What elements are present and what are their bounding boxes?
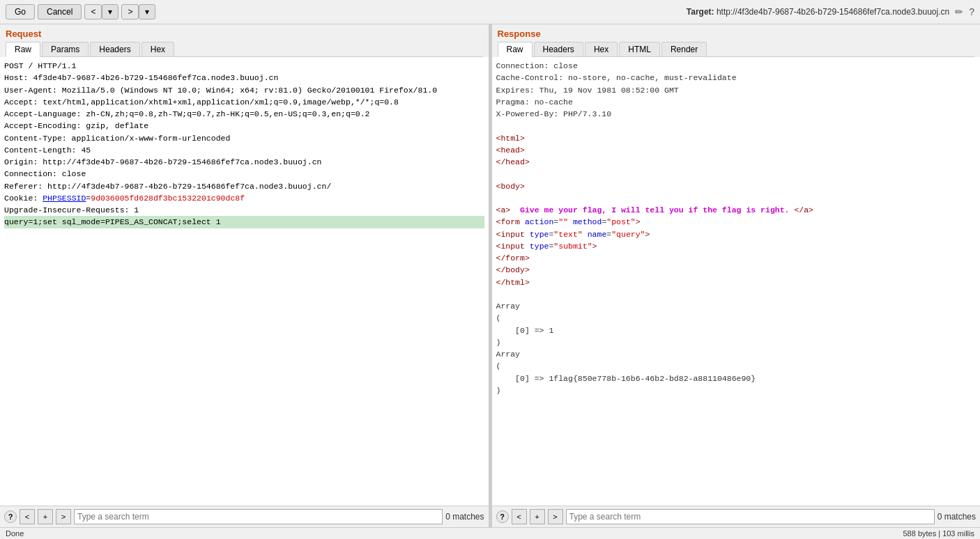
response-panel-body[interactable]: Connection: closeCache-Control: no-store… bbox=[492, 57, 981, 506]
tab-render-response[interactable]: Render bbox=[661, 42, 707, 56]
response-search-next[interactable]: > bbox=[548, 509, 563, 524]
response-array-line: Array bbox=[496, 300, 977, 312]
request-search-prev[interactable]: < bbox=[20, 509, 35, 524]
toolbar: Go Cancel < ▾ > ▾ Target: http://4f3de4b… bbox=[0, 0, 980, 24]
target-label-text: Target: bbox=[687, 7, 714, 17]
response-html-line: </head> bbox=[496, 156, 977, 168]
response-array-line: [0] => 1 bbox=[496, 325, 977, 336]
back-dropdown-button[interactable]: ▾ bbox=[102, 4, 118, 19]
response-panel-header: Response Raw Headers Hex HTML Render bbox=[492, 24, 981, 57]
response-html-line: <html> bbox=[496, 132, 977, 144]
request-line: User-Agent: Mozilla/5.0 (Windows NT 10.0… bbox=[4, 84, 484, 96]
request-panel: Request Raw Params Headers Hex POST / HT… bbox=[0, 24, 489, 527]
request-line: Content-Type: application/x-www-form-url… bbox=[4, 132, 484, 144]
response-header-line: Cache-Control: no-store, no-cache, must-… bbox=[496, 72, 977, 84]
response-search-add[interactable]: + bbox=[530, 509, 545, 524]
tab-params-request[interactable]: Params bbox=[42, 42, 89, 56]
response-html-line: </html> bbox=[496, 276, 977, 288]
response-tabs: Raw Headers Hex HTML Render bbox=[498, 42, 975, 57]
response-array-line: [0] => 1flag{850e778b-16b6-46b2-bd82-a88… bbox=[496, 373, 977, 384]
response-html-line: <head> bbox=[496, 144, 977, 156]
response-match-count: 0 matches bbox=[937, 512, 976, 522]
response-search-input[interactable] bbox=[566, 509, 935, 524]
response-header-line: Pragma: no-cache bbox=[496, 96, 977, 108]
forward-button[interactable]: > bbox=[121, 4, 139, 19]
response-array-line: ( bbox=[496, 312, 977, 324]
request-search-next[interactable]: > bbox=[56, 509, 71, 524]
request-line: Origin: http://4f3de4b7-9687-4b26-b729-1… bbox=[4, 156, 484, 168]
response-empty-line bbox=[496, 120, 977, 132]
response-html-line: <input type="text" name="query"> bbox=[496, 228, 977, 240]
back-nav-group: < ▾ bbox=[84, 4, 118, 19]
response-panel: Response Raw Headers Hex HTML Render Con… bbox=[492, 24, 981, 527]
response-html-line: </body> bbox=[496, 264, 977, 276]
response-array-line: ) bbox=[496, 336, 977, 348]
response-html-line: </form> bbox=[496, 252, 977, 264]
main-content: Request Raw Params Headers Hex POST / HT… bbox=[0, 24, 980, 527]
target-label: Target: http://4f3de4b7-9687-4b26-b729-1… bbox=[687, 7, 949, 17]
response-array-line: ( bbox=[496, 360, 977, 372]
help-icon[interactable]: ? bbox=[969, 6, 974, 17]
request-match-count: 0 matches bbox=[445, 512, 484, 522]
tab-headers-request[interactable]: Headers bbox=[90, 42, 139, 56]
tab-html-response[interactable]: HTML bbox=[619, 42, 660, 56]
request-line: Upgrade-Insecure-Requests: 1 bbox=[4, 204, 484, 216]
request-line: Accept-Encoding: gzip, deflate bbox=[4, 120, 484, 132]
request-line: Referer: http://4f3de4b7-9687-4b26-b729-… bbox=[4, 180, 484, 192]
edit-icon[interactable]: ✏ bbox=[955, 6, 963, 17]
request-line: Host: 4f3de4b7-9687-4b26-b729-154686fef7… bbox=[4, 72, 484, 84]
response-header-line: Connection: close bbox=[496, 60, 977, 72]
request-line: Connection: close bbox=[4, 168, 484, 180]
status-bar: Done 588 bytes | 103 millis bbox=[0, 527, 980, 539]
status-right: 588 bytes | 103 millis bbox=[903, 529, 974, 538]
tab-raw-request[interactable]: Raw bbox=[6, 42, 40, 57]
request-search-add[interactable]: + bbox=[38, 509, 53, 524]
request-search-bar: ? < + > 0 matches bbox=[0, 506, 489, 527]
request-highlight-line: query=1;set sql_mode=PIPES_AS_CONCAT;sel… bbox=[4, 216, 484, 228]
response-html-line: <a> Give me your flag, I will tell you i… bbox=[496, 204, 977, 216]
tab-hex-response[interactable]: Hex bbox=[585, 42, 618, 56]
request-line: Cookie: PHPSESSID=9d036005fd628df3bc1532… bbox=[4, 192, 484, 204]
forward-nav-group: > ▾ bbox=[121, 4, 155, 19]
target-info: Target: http://4f3de4b7-9687-4b26-b729-1… bbox=[687, 6, 974, 17]
response-panel-title: Response bbox=[498, 29, 975, 39]
target-url: http://4f3de4b7-9687-4b26-b729-154686fef… bbox=[717, 7, 949, 17]
response-html-line: <body> bbox=[496, 180, 977, 192]
response-html-line bbox=[496, 168, 977, 180]
response-search-prev[interactable]: < bbox=[512, 509, 527, 524]
go-button[interactable]: Go bbox=[6, 4, 35, 19]
response-array-line: ) bbox=[496, 384, 977, 396]
request-search-help[interactable]: ? bbox=[4, 510, 17, 523]
request-panel-header: Request Raw Params Headers Hex bbox=[0, 24, 489, 57]
tab-hex-request[interactable]: Hex bbox=[141, 42, 174, 56]
response-html-line: <form action="" method="post"> bbox=[496, 216, 977, 228]
request-panel-body[interactable]: POST / HTTP/1.1Host: 4f3de4b7-9687-4b26-… bbox=[0, 57, 489, 506]
response-empty-line bbox=[496, 288, 977, 300]
request-panel-title: Request bbox=[6, 29, 483, 39]
cancel-button[interactable]: Cancel bbox=[38, 4, 82, 19]
tab-raw-response[interactable]: Raw bbox=[498, 42, 533, 57]
request-line: Accept-Language: zh-CN,zh;q=0.8,zh-TW;q=… bbox=[4, 108, 484, 120]
response-html-line bbox=[496, 192, 977, 204]
response-html-line: <input type="submit"> bbox=[496, 240, 977, 252]
request-line: Content-Length: 45 bbox=[4, 144, 484, 156]
tab-headers-response[interactable]: Headers bbox=[534, 42, 583, 56]
request-line: POST / HTTP/1.1 bbox=[4, 60, 484, 72]
response-header-line: X-Powered-By: PHP/7.3.10 bbox=[496, 108, 977, 120]
response-search-help[interactable]: ? bbox=[496, 510, 509, 523]
status-left: Done bbox=[6, 529, 24, 538]
request-search-input[interactable] bbox=[74, 509, 443, 524]
back-button[interactable]: < bbox=[84, 4, 102, 19]
request-line: Accept: text/html,application/xhtml+xml,… bbox=[4, 96, 484, 108]
request-tabs: Raw Params Headers Hex bbox=[6, 42, 483, 57]
response-array-line: Array bbox=[496, 348, 977, 360]
response-search-bar: ? < + > 0 matches bbox=[492, 506, 981, 527]
response-header-line: Expires: Thu, 19 Nov 1981 08:52:00 GMT bbox=[496, 84, 977, 96]
forward-dropdown-button[interactable]: ▾ bbox=[139, 4, 155, 19]
